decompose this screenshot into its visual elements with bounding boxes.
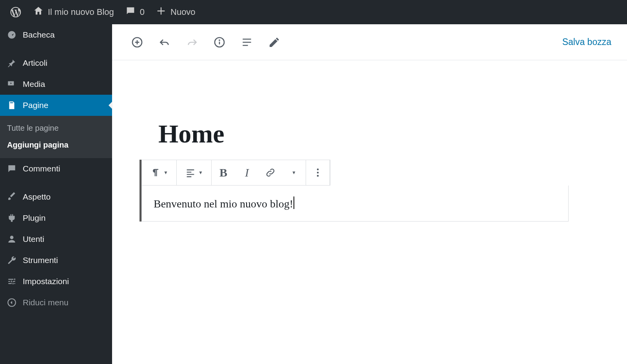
- comments-count: 0: [140, 7, 145, 17]
- wp-logo[interactable]: [4, 0, 27, 24]
- menu-label: Commenti: [23, 164, 60, 173]
- menu-comments[interactable]: Commenti: [0, 158, 112, 179]
- sliders-icon: [6, 276, 17, 287]
- paragraph-block[interactable]: Benvenuto nel mio nuovo blog!: [141, 186, 569, 222]
- editor-content: Home ▼ ▼: [112, 60, 627, 364]
- block-toolbar: ▼ ▼ B I: [141, 160, 330, 186]
- menu-settings[interactable]: Impostazioni: [0, 271, 112, 292]
- editor-tools: [129, 34, 282, 50]
- svg-point-9: [219, 40, 219, 40]
- paragraph-text: Benvenuto nel mio nuovo blog!: [154, 198, 293, 210]
- submenu-add-page[interactable]: Aggiungi pagina: [0, 137, 112, 153]
- site-title: Il mio nuovo Blog: [48, 7, 114, 17]
- link-button[interactable]: [259, 160, 282, 185]
- menu-label: Articoli: [23, 58, 47, 68]
- home-icon: [33, 5, 44, 19]
- menu-media[interactable]: Media: [0, 74, 112, 95]
- menu-appearance[interactable]: Aspetto: [0, 186, 112, 207]
- more-rich-text-button[interactable]: ▼: [282, 160, 306, 185]
- menu-label: Bacheca: [23, 30, 55, 40]
- save-draft-button[interactable]: Salva bozza: [562, 37, 611, 47]
- menu-users[interactable]: Utenti: [0, 229, 112, 250]
- menu-dashboard[interactable]: Bacheca: [0, 24, 112, 45]
- svg-point-12: [317, 175, 319, 177]
- menu-label: Aspetto: [23, 192, 51, 202]
- svg-point-11: [317, 172, 319, 174]
- comment-icon: [6, 163, 17, 174]
- menu-pages[interactable]: Pagine: [0, 95, 112, 116]
- plus-icon: [156, 5, 167, 19]
- paragraph-block-wrap: ▼ ▼ B I: [140, 160, 600, 222]
- undo-button[interactable]: [157, 34, 172, 50]
- caret-down-icon: ▼: [198, 170, 203, 175]
- admin-sidebar: Bacheca Articoli Media Pagine Tutte le p…: [0, 24, 112, 364]
- outline-button[interactable]: [239, 34, 255, 50]
- new-label: Nuovo: [170, 7, 196, 17]
- admin-bar-site[interactable]: Il mio nuovo Blog: [27, 0, 120, 24]
- edit-button[interactable]: [266, 34, 282, 50]
- menu-posts[interactable]: Articoli: [0, 52, 112, 74]
- admin-bar: Il mio nuovo Blog 0 Nuovo: [0, 0, 627, 24]
- menu-label: Riduci menu: [23, 298, 69, 307]
- info-button[interactable]: [212, 34, 227, 50]
- comment-icon: [125, 5, 136, 19]
- block-type-button[interactable]: ▼: [142, 160, 176, 185]
- menu-label: Impostazioni: [23, 277, 69, 286]
- pages-icon: [6, 100, 17, 111]
- svg-point-2: [10, 236, 14, 239]
- align-button[interactable]: ▼: [177, 160, 211, 185]
- brush-icon: [6, 191, 17, 202]
- bold-button[interactable]: B: [212, 160, 235, 185]
- admin-bar-new[interactable]: Nuovo: [150, 0, 201, 24]
- menu-tools[interactable]: Strumenti: [0, 250, 112, 271]
- menu-label: Plugin: [23, 213, 45, 223]
- admin-bar-comments[interactable]: 0: [120, 0, 150, 24]
- italic-button[interactable]: I: [235, 160, 259, 185]
- plugin-icon: [6, 213, 17, 223]
- block-more-button[interactable]: [306, 160, 330, 185]
- redo-button[interactable]: [184, 34, 200, 50]
- caret-down-icon: ▼: [292, 170, 296, 175]
- add-block-button[interactable]: [129, 34, 145, 50]
- collapse-icon: [6, 297, 17, 308]
- submenu-pages: Tutte le pagine Aggiungi pagina: [0, 116, 112, 158]
- media-icon: [6, 79, 17, 90]
- caret-down-icon: ▼: [163, 170, 168, 175]
- svg-point-10: [317, 169, 319, 171]
- menu-collapse[interactable]: Riduci menu: [0, 292, 112, 313]
- text-cursor: [294, 196, 294, 209]
- editor-main: Salva bozza Home ▼ ▼: [112, 24, 627, 364]
- submenu-all-pages[interactable]: Tutte le pagine: [0, 120, 112, 137]
- menu-label: Media: [23, 79, 45, 89]
- menu-label: Utenti: [23, 234, 44, 244]
- editor-topbar: Salva bozza: [112, 24, 627, 60]
- user-icon: [6, 234, 17, 245]
- menu-plugins[interactable]: Plugin: [0, 207, 112, 229]
- menu-label: Strumenti: [23, 256, 58, 265]
- post-title[interactable]: Home: [158, 119, 600, 149]
- wrench-icon: [6, 255, 17, 266]
- dashboard-icon: [6, 29, 17, 40]
- pin-icon: [6, 58, 17, 68]
- menu-label: Pagine: [23, 101, 48, 110]
